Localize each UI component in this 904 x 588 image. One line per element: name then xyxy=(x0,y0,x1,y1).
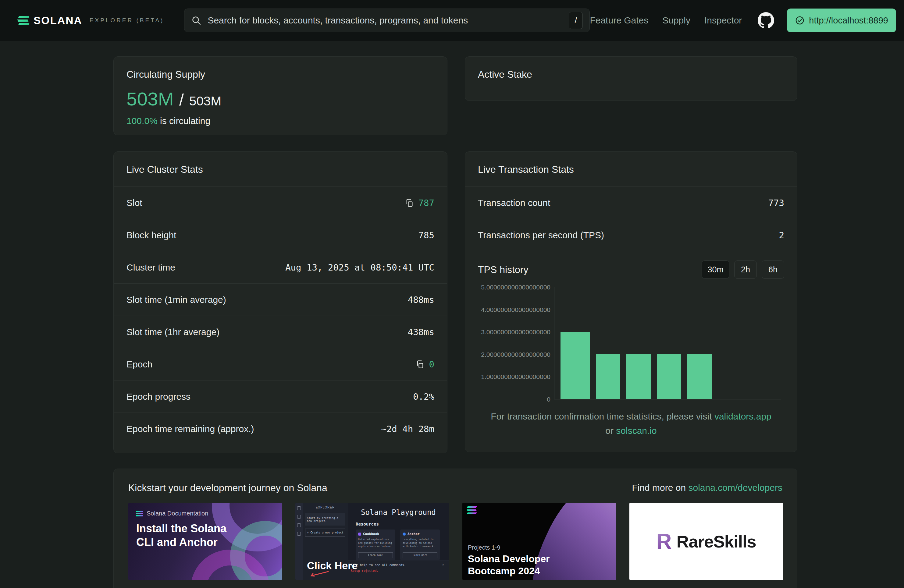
cookbook-title: Cookbook xyxy=(363,532,379,536)
github-icon[interactable] xyxy=(758,12,774,28)
stat-label: Slot time (1min average) xyxy=(126,295,226,305)
resource-thumbnail: EXPLORER Start by creating a new project… xyxy=(296,503,449,580)
tps-note: For transaction confirmation time statis… xyxy=(477,409,785,438)
validators-app-link[interactable]: validators.app xyxy=(714,411,771,421)
cookbook-desc: Detailed explanations and guides for bui… xyxy=(358,538,393,549)
playground-terminal: × Type help to see all commands. Setup r… xyxy=(348,561,449,580)
dev-resources-grid: Solana Documentation Install the Solana … xyxy=(128,503,782,588)
check-circle-icon xyxy=(795,16,804,25)
solscan-link[interactable]: solscan.io xyxy=(616,426,656,436)
y-axis-tick-label: 1.000000000000000000 xyxy=(481,373,550,380)
nav-link-inspector[interactable]: Inspector xyxy=(704,15,742,25)
resource-card-solana-cli[interactable]: Solana Documentation Install the Solana … xyxy=(128,503,282,588)
copy-icon[interactable] xyxy=(405,199,414,207)
circulating-supply-title: Circulating Supply xyxy=(126,69,434,80)
resource-thumbnail: Solana Documentation Install the Solana … xyxy=(128,503,282,580)
playground-start-text: Start by creating a new project. xyxy=(305,513,345,525)
copy-icon[interactable] xyxy=(416,360,424,369)
terminal-window-icons: × xyxy=(442,563,446,566)
tps-history-chart: 5.0000000000000000004.000000000000000000… xyxy=(465,279,797,399)
search-input[interactable] xyxy=(207,15,569,25)
live-transaction-stats-title: Live Transaction Stats xyxy=(465,152,797,186)
y-axis-tick-label: 4.000000000000000000 xyxy=(481,306,550,314)
resource-card-bootcamp[interactable]: Projects 1-9 Solana Developer Bootcamp 2… xyxy=(462,503,616,588)
stat-row-epoch-progress: Epoch progress 0.2% xyxy=(114,380,447,413)
terminal-help-line: Type help to see all commands. xyxy=(351,563,446,567)
tps-bar xyxy=(657,354,681,399)
playground-resources-label: Resources xyxy=(356,522,449,527)
playground-cookbook-card: Cookbook Detailed explanations and guide… xyxy=(356,530,395,560)
tps-range-buttons: 30m 2h 6h xyxy=(702,260,784,279)
stat-label: Cluster time xyxy=(126,262,175,273)
solana-developers-link[interactable]: solana.com/developers xyxy=(688,482,782,493)
stat-row-slot: Slot 787 xyxy=(114,186,447,219)
stat-row-cluster-time: Cluster time Aug 13, 2025 at 08:50:41 UT… xyxy=(114,251,447,283)
resource-card-rareskills[interactable]: R RareSkills 60 Days of Solana xyxy=(629,503,783,588)
tps-history-header: TPS history 30m 2h 6h xyxy=(465,251,797,279)
dev-resources-more: Find more on solana.com/developers xyxy=(632,482,782,493)
rareskills-brand: RareSkills xyxy=(676,532,756,552)
anchor-icon xyxy=(403,533,406,536)
supply-separator: / xyxy=(179,90,184,109)
nav-link-supply[interactable]: Supply xyxy=(662,15,690,25)
nav-link-feature-gates[interactable]: Feature Gates xyxy=(590,15,648,25)
learn-more-button: Learn more xyxy=(358,552,393,558)
cluster-endpoint-button[interactable]: http://localhost:8899 xyxy=(787,8,896,32)
tps-chart-plot xyxy=(554,287,781,399)
supply-percent-suffix: is circulating xyxy=(160,116,210,126)
tps-note-text: or xyxy=(605,426,613,436)
total-supply-value: 503M xyxy=(189,94,221,109)
resource-card-quick-start[interactable]: EXPLORER Start by creating a new project… xyxy=(296,503,449,588)
tps-bar xyxy=(561,332,590,399)
y-axis-tick-label: 3.000000000000000000 xyxy=(481,328,550,336)
stat-value: 773 xyxy=(768,198,784,208)
stat-label: Slot xyxy=(126,198,142,208)
live-cluster-stats-card: Live Cluster Stats Slot 787 Block height… xyxy=(114,151,447,453)
tps-note-text: For transaction confirmation time statis… xyxy=(491,411,712,421)
supply-values: 503M / 503M xyxy=(126,88,434,110)
playground-main: Solana Playground Resources Cookbook Det… xyxy=(348,503,449,561)
tps-bar xyxy=(687,354,712,399)
resource-thumbnail: Projects 1-9 Solana Developer Bootcamp 2… xyxy=(462,503,616,580)
playground-explorer-label: EXPLORER xyxy=(305,506,345,509)
learn-more-button: Learn more xyxy=(403,552,437,558)
brand[interactable]: SOLANA EXPLORER (BETA) xyxy=(18,14,164,27)
solana-logo-icon xyxy=(136,511,143,516)
dev-resources-title: Kickstart your development journey on So… xyxy=(128,482,327,493)
thumb-badge: Solana Documentation xyxy=(147,510,208,517)
top-stats-row: Circulating Supply 503M / 503M 100.0% is… xyxy=(114,56,797,135)
search-bar[interactable]: / xyxy=(184,8,590,32)
stat-value[interactable]: 787 xyxy=(419,198,434,208)
range-button-2h[interactable]: 2h xyxy=(734,260,757,279)
brand-name: SOLANA xyxy=(33,14,82,27)
stat-row-epoch-remaining: Epoch time remaining (approx.) ~2d 4h 28… xyxy=(114,413,447,445)
range-button-30m[interactable]: 30m xyxy=(702,260,729,279)
nav-links: Feature Gates Supply Inspector xyxy=(590,15,742,25)
find-more-text: Find more on xyxy=(632,482,686,493)
live-transaction-stats-card: Live Transaction Stats Transaction count… xyxy=(465,151,797,452)
y-axis-tick-label: 2.000000000000000000 xyxy=(481,351,550,358)
stat-row-block-height: Block height 785 xyxy=(114,219,447,251)
stat-label: Slot time (1hr average) xyxy=(126,327,220,337)
supply-subtext: 100.0% is circulating xyxy=(126,116,434,126)
rareskills-logo-icon: R xyxy=(656,531,672,552)
supply-percent: 100.0% xyxy=(126,116,158,126)
playground-icon-rail xyxy=(296,503,303,580)
resource-thumbnail: R RareSkills xyxy=(629,503,783,580)
thumb-eyebrow: Projects 1-9 xyxy=(468,544,501,551)
thumb-heading: Solana Developer Bootcamp 2024 xyxy=(468,553,559,577)
search-icon xyxy=(191,15,201,25)
playground-create-button: + Create a new project xyxy=(305,528,345,536)
solana-explorer-page: SOLANA EXPLORER (BETA) / Feature Gates S… xyxy=(0,0,904,588)
stat-label: Epoch progress xyxy=(126,391,191,402)
cookbook-icon xyxy=(358,533,361,536)
stat-row-slot-time-1min: Slot time (1min average) 488ms xyxy=(114,283,447,315)
tps-bar xyxy=(596,354,620,399)
stat-label: Epoch time remaining (approx.) xyxy=(126,424,254,434)
stat-value: ~2d 4h 28m xyxy=(381,424,434,434)
range-button-6h[interactable]: 6h xyxy=(762,260,784,279)
stat-value[interactable]: 0 xyxy=(429,359,434,370)
stat-label: Block height xyxy=(126,230,176,240)
terminal-rejected-line: Setup rejected. xyxy=(351,569,446,572)
resource-label: Solana Developer Bootcamp xyxy=(462,586,616,588)
